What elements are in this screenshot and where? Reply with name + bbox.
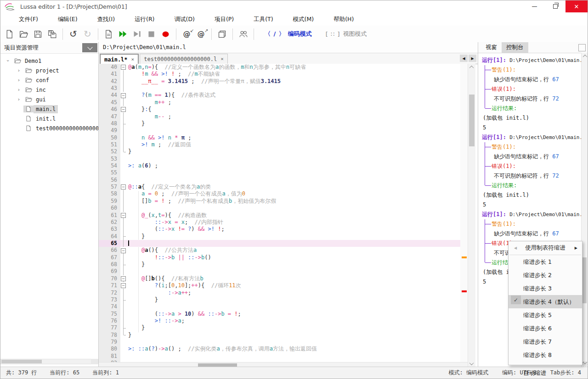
code-line-64[interactable]: 64 } xyxy=(99,233,460,240)
console-vscroll-thumb[interactable] xyxy=(582,257,587,303)
code-text[interactable]: } xyxy=(126,324,460,331)
code-line-59[interactable]: 59 []b = ! ; //声明一个私有成员b，初始值为布尔假 xyxy=(99,198,460,205)
menu-模式-m[interactable]: 模式(M) xyxy=(278,12,319,26)
code-mode-button[interactable]: 〈 / 〉 编码模式 xyxy=(265,30,312,38)
menu-查找-i[interactable]: 查找(I) xyxy=(83,12,120,26)
code-line-78[interactable]: 78} xyxy=(99,332,460,339)
code-text[interactable]: !::->b || ::->b() xyxy=(126,254,460,261)
collaboration-button[interactable] xyxy=(236,28,250,41)
save-all-button[interactable] xyxy=(45,28,59,41)
view-mode-button[interactable]: [ ∷ ] 视图模式 xyxy=(326,30,367,38)
code-text[interactable]: m++ ; xyxy=(126,99,460,106)
sidebar-hscrollbar[interactable] xyxy=(0,359,91,364)
code-line-79[interactable]: 79 xyxy=(99,339,460,346)
code-line-58[interactable]: 58 a = 0 ; //声明一个公有成员a，值为0 xyxy=(99,190,460,197)
code-line-43[interactable]: 43 xyxy=(99,85,460,92)
warning-marker[interactable] xyxy=(462,256,467,258)
undo-button[interactable]: ↺ xyxy=(66,28,80,41)
menu-运行-r[interactable]: 运行(R) xyxy=(120,12,159,26)
code-line-65[interactable]: 65 xyxy=(99,240,460,247)
panel-tab-视窗[interactable]: 视窗 xyxy=(481,42,502,53)
menu-调试-d[interactable]: 调试(D) xyxy=(160,12,200,26)
line-number-link[interactable]: 67 xyxy=(552,153,559,160)
code-text[interactable]: >: ::a(?)->a() ; //实例化类a，传参布尔真，调用a方法，输出返… xyxy=(126,346,460,352)
code-line-53[interactable]: 53 xyxy=(99,156,460,162)
line-number-link[interactable]: 72 xyxy=(552,95,559,102)
new-file-button[interactable] xyxy=(2,28,17,41)
fold-toggle-icon[interactable] xyxy=(120,92,126,99)
fold-toggle-icon[interactable] xyxy=(120,212,126,219)
code-text[interactable]: @a(){ //公共方法a xyxy=(126,247,460,254)
code-line-73[interactable]: 73 } xyxy=(99,296,460,303)
code-text[interactable]: :->a++; xyxy=(126,290,460,296)
tab-scroll-right-button[interactable]: ▶ xyxy=(469,55,476,62)
code-line-52[interactable]: 52} xyxy=(99,148,460,155)
run-button[interactable] xyxy=(116,28,130,41)
tab-close-button[interactable]: × xyxy=(220,56,224,62)
redo-button[interactable]: ↻ xyxy=(80,28,95,41)
code-text[interactable]: >! m ; //返回值 xyxy=(126,141,460,148)
code-line-47[interactable]: 47 m-- ; xyxy=(99,113,460,120)
tab-close-button[interactable]: × xyxy=(131,56,135,62)
open-file-button[interactable] xyxy=(17,28,31,41)
code-line-74[interactable]: 74 xyxy=(99,303,460,310)
code-text[interactable]: @[]b(){ //私有方法b xyxy=(126,275,460,282)
editor-tab-main-l[interactable]: main.l*× xyxy=(100,54,139,64)
code-line-42[interactable]: 42 __π__ = 3.1415 ; //声明一个常量π，赋值3.1415 xyxy=(99,78,460,85)
stop-button[interactable] xyxy=(144,28,158,41)
code-line-50[interactable]: 50 n && >! n * π ; xyxy=(99,134,460,141)
code-line-81[interactable]: 81 xyxy=(99,353,460,360)
fold-toggle-icon[interactable] xyxy=(120,282,126,289)
code-line-41[interactable]: 41 !m && >! ! ; //m不能缺省 xyxy=(99,71,460,78)
line-number-link[interactable]: 67 xyxy=(552,76,559,83)
code-text[interactable]: ?(i;[0,10];++){ //循环11次 xyxy=(126,282,460,289)
record-button[interactable] xyxy=(158,28,173,41)
menu-item-缩进步长-8[interactable]: 缩进步长 8 xyxy=(509,348,582,362)
explorer-dropdown-button[interactable] xyxy=(82,43,97,52)
close-button[interactable]: ✕ xyxy=(565,0,588,12)
at-import-button[interactable]: @↙ xyxy=(180,28,194,41)
code-text[interactable]: }:{ xyxy=(126,106,460,113)
menu-工具-t[interactable]: 工具(T) xyxy=(239,12,278,26)
code-text[interactable]: n && >! n * π ; xyxy=(126,134,460,141)
menu-item-缩进步长-1[interactable]: 缩进步长 1 xyxy=(509,255,582,268)
tree-item-main-l[interactable]: main.l xyxy=(0,104,98,114)
save-button[interactable] xyxy=(31,28,45,41)
minimize-button[interactable]: — xyxy=(524,0,545,12)
editor-vscroll-thumb[interactable] xyxy=(469,95,475,146)
code-line-48[interactable]: 48 } xyxy=(99,120,460,127)
code-line-46[interactable]: 46 }:{ xyxy=(99,106,460,113)
menu-item-自动缩进[interactable]: 自动缩进 xyxy=(509,366,582,379)
menu-文件-f[interactable]: 文件(F) xyxy=(4,12,43,26)
code-text[interactable] xyxy=(126,339,460,346)
code-line-62[interactable]: 62 ::->x = x; //内部指针 xyxy=(99,219,460,226)
code-text[interactable]: ?(m == 1){ //条件表达式 xyxy=(126,92,460,99)
resize-grip[interactable] xyxy=(582,362,587,366)
code-line-66[interactable]: 66 @a(){ //公共方法a xyxy=(99,247,460,254)
error-marker[interactable] xyxy=(462,290,467,292)
code-text[interactable] xyxy=(126,205,460,212)
tree-item-init-l[interactable]: init.l xyxy=(0,114,98,123)
menu-left-arrow-icon[interactable]: ◀ xyxy=(514,246,517,250)
code-text[interactable] xyxy=(126,353,460,360)
code-line-80[interactable]: 80>: ::a(?)->a() ; //实例化类a，传参布尔真，调用a方法，输… xyxy=(99,346,460,352)
code-line-77[interactable]: 77 } xyxy=(99,324,460,331)
code-line-76[interactable]: 76 >! ::->a; xyxy=(99,318,460,324)
tree-item-inc[interactable]: ›inc xyxy=(0,85,98,95)
code-text[interactable]: } xyxy=(126,332,460,339)
code-line-57[interactable]: 57@::a{ //定义一个类名为a的类 xyxy=(99,184,460,190)
code-line-60[interactable]: 60 xyxy=(99,205,460,212)
line-number-link[interactable]: 67 xyxy=(552,230,559,237)
scroll-up-arrow[interactable] xyxy=(470,66,474,69)
code-text[interactable]: >! ::->a; xyxy=(126,318,460,324)
code-text[interactable]: m-- ; xyxy=(126,113,460,120)
tab-scroll-left-button[interactable]: ◀ xyxy=(460,55,468,62)
panel-detach-button[interactable] xyxy=(578,44,586,51)
code-text[interactable] xyxy=(126,268,460,275)
code-line-67[interactable]: 67 !::->b || ::->b() xyxy=(99,254,460,261)
menu-item-缩进步长-6[interactable]: 缩进步长 6 xyxy=(509,322,582,335)
code-line-56[interactable]: 56 xyxy=(99,177,460,184)
code-line-61[interactable]: 61 @_(x,t=){ //构造函数 xyxy=(99,212,460,219)
code-text[interactable] xyxy=(126,169,460,176)
menu-item-缩进步长-4-默认[interactable]: ✓缩进步长 4（默认） xyxy=(509,295,582,308)
